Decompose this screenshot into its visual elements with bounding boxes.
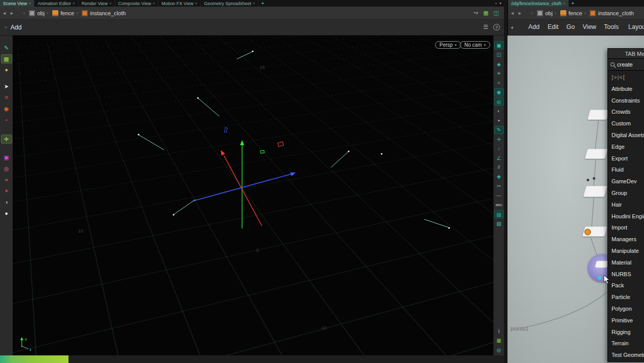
breadcrumb-obj[interactable]: › obj: [21, 10, 45, 16]
forward-icon[interactable]: ►: [518, 11, 522, 16]
pin-tool-icon[interactable]: •: [2, 116, 12, 124]
close-icon[interactable]: ×: [109, 1, 112, 6]
breadcrumb-instance-cloth[interactable]: › instance_cloth: [74, 10, 126, 16]
ruler-icon[interactable]: ↕: [495, 145, 503, 152]
tab-menu-item[interactable]: Pack: [608, 280, 644, 291]
node-flag-dot[interactable]: [593, 177, 595, 180]
tab-menu-item[interactable]: Custom: [608, 118, 644, 129]
pane-list-icon[interactable]: ☰: [483, 24, 488, 30]
view-mode-icon[interactable]: ▣: [495, 42, 503, 49]
close-icon[interactable]: ×: [253, 1, 255, 6]
breadcrumb-obj[interactable]: › obj: [529, 10, 553, 16]
highlight-icon[interactable]: ✧: [495, 79, 503, 86]
breadcrumb-fence[interactable]: › fence: [553, 10, 582, 16]
new-tab-button[interactable]: +: [259, 1, 267, 6]
network-node[interactable]: [585, 149, 608, 159]
pane-maximize-icon[interactable]: ▪: [495, 1, 497, 6]
snap-icon[interactable]: ✛: [495, 136, 503, 143]
forward-icon[interactable]: ►: [10, 11, 14, 16]
menu-item[interactable]: Layout: [628, 23, 644, 30]
pane-tab[interactable]: Animation Editor ×: [35, 0, 79, 7]
back-icon[interactable]: ◄: [510, 11, 515, 16]
help-icon[interactable]: ?: [493, 24, 500, 30]
breadcrumb-fence[interactable]: › fence: [45, 10, 74, 16]
magnify-sphere-icon[interactable]: ◑: [2, 198, 12, 206]
headlight-icon[interactable]: ☀: [495, 70, 503, 77]
lock-selection-icon[interactable]: ◈: [495, 60, 503, 68]
pane-divider[interactable]: [504, 0, 507, 363]
pane-tab[interactable]: Motion FX View ×: [158, 0, 201, 7]
tab-menu-item[interactable]: GameDev: [608, 176, 644, 187]
close-icon[interactable]: ×: [73, 1, 75, 6]
collapse-pane-icon[interactable]: ◂: [511, 24, 513, 30]
snapshot-view-icon[interactable]: ▤: [495, 211, 503, 218]
search-input[interactable]: create: [617, 61, 633, 68]
back-icon[interactable]: ◄: [2, 11, 7, 16]
tab-menu-item[interactable]: Digital Assets: [608, 129, 644, 141]
tab-menu-item[interactable]: Particle: [608, 291, 644, 303]
tab-menu-item[interactable]: Managers: [608, 234, 644, 245]
menu-item[interactable]: Edit: [548, 23, 559, 30]
bone-tool-icon[interactable]: ✶: [2, 187, 12, 195]
tab-menu-item[interactable]: Group: [608, 187, 644, 199]
pane-menu-caret-icon[interactable]: ▾: [499, 1, 501, 6]
sphere-primitive-icon[interactable]: ●: [2, 209, 12, 217]
close-icon[interactable]: ×: [153, 1, 155, 6]
add-menu[interactable]: Add: [10, 24, 21, 31]
annotate-icon[interactable]: ✎: [495, 126, 503, 134]
cut-icon[interactable]: ✂: [495, 183, 503, 190]
close-icon[interactable]: ×: [563, 1, 565, 6]
layout-split-icon[interactable]: ◫: [495, 51, 503, 58]
network-node[interactable]: [583, 186, 607, 197]
menu-item[interactable]: View: [583, 23, 596, 30]
box-select-tool-icon[interactable]: ▦: [2, 55, 12, 63]
tab-menu-item[interactable]: Primitive: [608, 315, 644, 326]
tab-menu-item[interactable]: Export: [608, 153, 644, 164]
grid-display-icon[interactable]: #: [495, 164, 503, 171]
scene-viewport[interactable]: 15105-10 Persp ▾ No cam ▾ y z: [13, 36, 493, 355]
torus-primitive-icon[interactable]: ◎: [2, 164, 12, 173]
close-icon[interactable]: ×: [195, 1, 197, 6]
spring-tool-icon[interactable]: ≈: [2, 176, 12, 184]
close-icon[interactable]: ×: [28, 1, 31, 6]
light-display-icon[interactable]: ▧: [495, 220, 503, 227]
network-node[interactable]: [587, 110, 609, 120]
select-arrow-icon[interactable]: ➤: [2, 82, 12, 90]
more-options-icon[interactable]: ⋯: [495, 192, 503, 199]
network-pane-tab[interactable]: /obj/fence/instance_cloth ×: [508, 0, 569, 7]
box-primitive-icon[interactable]: ▣: [2, 153, 12, 161]
menu-item[interactable]: Tools: [604, 23, 619, 30]
paint-tool-icon[interactable]: ◉: [2, 105, 12, 113]
spotlight-icon[interactable]: ◉: [495, 89, 503, 96]
jump-to-node-icon[interactable]: ↪: [473, 10, 478, 16]
node-output-dot[interactable]: [585, 229, 590, 235]
snapshot-icon[interactable]: ◫: [494, 10, 499, 16]
tab-menu-item[interactable]: Terrain: [608, 338, 644, 349]
tab-menu-item[interactable]: Manipulate: [608, 245, 644, 257]
hand-tool-icon[interactable]: ✦: [2, 66, 12, 74]
tab-menu-item[interactable]: Polygon: [608, 303, 644, 315]
pane-tab[interactable]: Render View ×: [79, 0, 115, 7]
crosshair-icon[interactable]: ✚: [495, 173, 503, 180]
lasso-tool-icon[interactable]: ✕: [2, 93, 12, 102]
material-shade-icon[interactable]: ◐: [495, 108, 503, 115]
node-flag-dot[interactable]: [587, 179, 589, 181]
export-view-icon[interactable]: ▦: [483, 10, 488, 16]
node-display-flag[interactable]: [598, 276, 601, 280]
tab-menu-item[interactable]: Houdini Engine: [608, 211, 644, 222]
tab-menu-item[interactable]: NURBS: [608, 269, 644, 280]
tab-menu-item[interactable]: ]>|<[: [608, 72, 644, 83]
new-tab-button[interactable]: +: [569, 1, 577, 6]
wand-tool-icon[interactable]: ✎: [2, 44, 12, 52]
pane-tab[interactable]: Geometry Spreadsheet ×: [201, 0, 259, 7]
tab-menu-item[interactable]: Edge: [608, 141, 644, 153]
tab-menu-item[interactable]: Fluid: [608, 164, 644, 176]
move-tool-icon[interactable]: ✛: [2, 135, 12, 143]
render-camera-icon[interactable]: ◎: [495, 346, 503, 353]
menu-item[interactable]: Add: [528, 23, 539, 30]
tab-menu-item[interactable]: Material: [608, 257, 644, 269]
camera-select-button[interactable]: No cam ▾: [460, 41, 490, 49]
tab-menu-item[interactable]: Hair: [608, 199, 644, 211]
protractor-icon[interactable]: ∠: [495, 154, 503, 161]
tab-menu-search[interactable]: create: [608, 59, 644, 71]
